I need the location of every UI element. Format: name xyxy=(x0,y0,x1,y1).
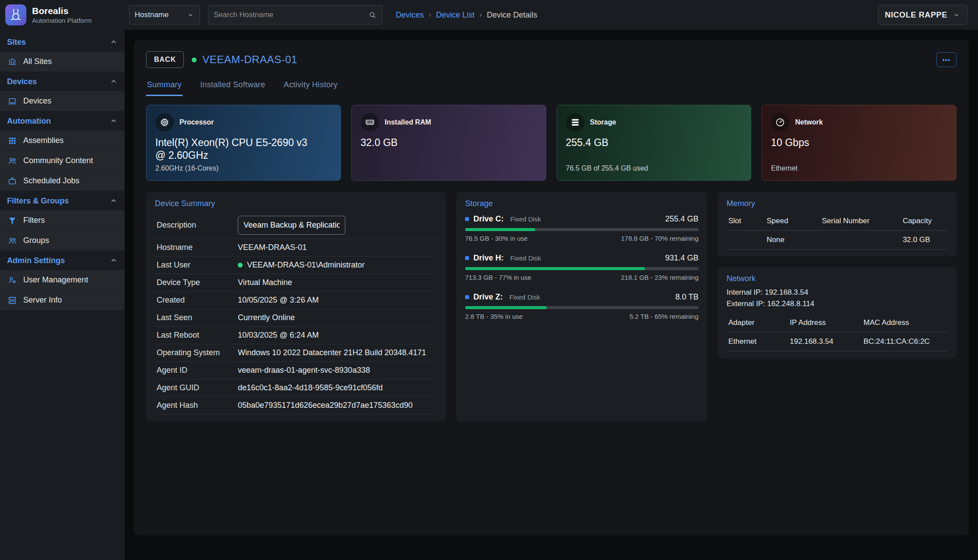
tab-installed-software[interactable]: Installed Software xyxy=(199,76,266,96)
hostname-filter-value: Hostname xyxy=(135,11,168,19)
online-status-dot xyxy=(238,263,243,268)
summary-row-last-reboot: Last Reboot 10/03/2025 @ 6:24 AM xyxy=(155,327,437,344)
sidebar: Borealis Automation Platform Sites All S… xyxy=(0,0,125,560)
section-label: Admin Settings xyxy=(7,256,65,265)
sidebar-item-label: Devices xyxy=(23,96,51,106)
search-icon xyxy=(368,11,377,19)
internal-ip: Internal IP: 192.168.3.54 xyxy=(727,287,948,298)
sidebar-nav: Sites All Sites Devices xyxy=(0,32,125,310)
drive-bullet-icon xyxy=(465,217,469,221)
briefcase-icon xyxy=(7,176,17,186)
sidebar-item-server-info[interactable]: Server Info xyxy=(0,290,125,310)
stat-footer: Ethernet xyxy=(771,164,947,172)
user-gear-icon xyxy=(7,275,17,285)
breadcrumb-device-list[interactable]: Device List xyxy=(436,11,475,20)
stat-title: Processor xyxy=(179,118,214,126)
sidebar-item-scheduled-jobs[interactable]: Scheduled Jobs xyxy=(0,171,125,191)
stat-value: Intel(R) Xeon(R) CPU E5-2690 v3 @ 2.60GH… xyxy=(155,136,319,162)
drive-z: Drive Z: Fixed Disk 8.0 TB 2.8 TB - 35% … xyxy=(465,292,699,320)
sidebar-item-groups[interactable]: Groups xyxy=(0,231,125,251)
grid-icon xyxy=(7,136,17,146)
summary-row-hostname: Hostname VEEAM-DRAAS-01 xyxy=(155,239,437,257)
panel-title: Storage xyxy=(465,199,699,208)
memory-table: Slot Speed Serial Number Capacity None xyxy=(727,212,948,250)
external-ip: External IP: 162.248.8.114 xyxy=(727,298,948,310)
table-header-row: Adapter IP Address MAC Address xyxy=(727,314,948,332)
summary-row-last-user: Last User VEEAM-DRAAS-01\Administrator xyxy=(155,257,437,274)
chevron-up-icon xyxy=(110,117,118,125)
summary-row-agent-hash: Agent Hash 05ba0e7935171d626ecea29b27d7a… xyxy=(155,397,437,414)
panel-title: Device Summary xyxy=(155,199,437,208)
chevron-up-icon xyxy=(110,78,118,86)
sidebar-section-automation[interactable]: Automation xyxy=(0,111,125,131)
chevron-up-icon xyxy=(110,38,118,46)
breadcrumb-separator: › xyxy=(480,11,482,19)
chevron-down-icon xyxy=(953,11,960,19)
breadcrumb: Devices › Device List › Device Details xyxy=(396,11,537,20)
sidebar-section-admin-settings[interactable]: Admin Settings xyxy=(0,251,125,270)
table-header-row: Slot Speed Serial Number Capacity xyxy=(727,212,948,231)
panel-title: Memory xyxy=(727,199,948,208)
brand-subtitle: Automation Platform xyxy=(32,17,92,24)
sidebar-section-filters-groups[interactable]: Filters & Groups xyxy=(0,191,125,210)
tab-summary[interactable]: Summary xyxy=(146,76,183,96)
drive-c: Drive C: Fixed Disk 255.4 GB 76.5 GB - 3… xyxy=(465,214,699,242)
drive-h: Drive H: Fixed Disk 931.4 GB 713.3 GB - … xyxy=(465,253,699,281)
stat-card-ram: Installed RAM 32.0 GB xyxy=(351,105,546,181)
storage-panel: Storage Drive C: Fixed Disk 255.4 GB xyxy=(456,192,707,421)
sidebar-section-sites[interactable]: Sites xyxy=(0,32,125,52)
stat-title: Storage xyxy=(590,118,616,126)
people-icon xyxy=(7,236,17,246)
sidebar-item-label: Community Content xyxy=(23,156,93,165)
tab-activity-history[interactable]: Activity History xyxy=(283,76,339,96)
drive-usage-bar xyxy=(465,306,699,309)
sidebar-item-filters[interactable]: Filters xyxy=(0,210,125,231)
stat-footer xyxy=(361,164,537,172)
drive-bullet-icon xyxy=(465,295,469,299)
funnel-icon xyxy=(7,216,17,225)
user-menu-button[interactable]: NICOLE RAPPE xyxy=(878,5,967,25)
sidebar-item-assemblies[interactable]: Assemblies xyxy=(0,131,125,151)
sidebar-item-label: Assemblies xyxy=(23,136,64,145)
network-panel: Network Internal IP: 192.168.3.54 Extern… xyxy=(718,267,957,358)
server-icon xyxy=(7,296,17,305)
brand: Borealis Automation Platform xyxy=(0,0,125,30)
breadcrumb-devices[interactable]: Devices xyxy=(396,11,424,20)
stat-value: 255.4 GB xyxy=(566,136,730,149)
summary-row-operating-system: Operating System Windows 10 2022 Datacen… xyxy=(155,344,437,362)
more-options-button[interactable]: ••• xyxy=(936,52,957,67)
breadcrumb-device-details: Device Details xyxy=(487,11,537,20)
brand-name: Borealis xyxy=(32,6,92,16)
sidebar-item-label: Scheduled Jobs xyxy=(23,176,79,185)
section-label: Automation xyxy=(7,117,51,126)
stat-title: Network xyxy=(795,118,823,126)
search-input[interactable] xyxy=(214,11,368,19)
bank-icon xyxy=(7,57,17,67)
hostname-filter-dropdown[interactable]: Hostname xyxy=(129,5,200,25)
summary-row-agent-id: Agent ID veeam-draas-01-agent-svc-8930a3… xyxy=(155,362,437,379)
back-button[interactable]: BACK xyxy=(146,51,184,68)
device-title-wrap: VEEAM-DRAAS-01 xyxy=(192,54,297,66)
description-input[interactable] xyxy=(238,216,345,235)
content-area: BACK VEEAM-DRAAS-01 ••• Summary Installe… xyxy=(125,30,978,560)
device-details-card: BACK VEEAM-DRAAS-01 ••• Summary Installe… xyxy=(134,40,969,535)
sidebar-item-community-content[interactable]: Community Content xyxy=(0,151,125,171)
stat-footer: 2.60GHz (16-Cores) xyxy=(155,164,332,172)
section-label: Devices xyxy=(7,77,37,86)
sidebar-item-user-management[interactable]: User Management xyxy=(0,270,125,290)
stat-value: 32.0 GB xyxy=(361,136,525,149)
sidebar-item-devices[interactable]: Devices xyxy=(0,91,125,111)
summary-row-created: Created 10/05/2025 @ 3:26 AM xyxy=(155,292,437,309)
topbar: Hostname Devices › Device List › Device xyxy=(125,0,978,30)
cpu-icon xyxy=(155,113,174,132)
chevron-up-icon xyxy=(110,257,118,264)
sidebar-section-devices[interactable]: Devices xyxy=(0,72,125,91)
breadcrumb-separator: › xyxy=(429,11,431,19)
sidebar-item-label: Groups xyxy=(23,236,49,245)
chevron-up-icon xyxy=(110,197,118,205)
device-summary-panel: Device Summary Description Hostname VEEA… xyxy=(146,192,446,421)
sidebar-item-label: User Management xyxy=(23,275,88,285)
summary-row-description: Description xyxy=(155,212,437,239)
sidebar-item-all-sites[interactable]: All Sites xyxy=(0,52,125,72)
section-label: Sites xyxy=(7,38,26,47)
